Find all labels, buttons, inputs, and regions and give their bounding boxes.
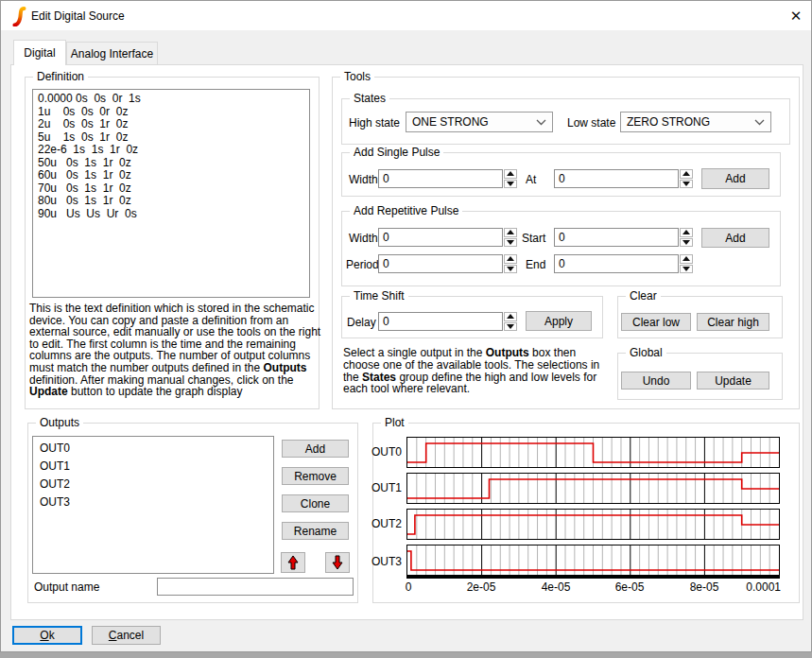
- delay-input[interactable]: [378, 312, 503, 331]
- x-tick: 0: [406, 580, 412, 594]
- spin-up-button[interactable]: [680, 228, 693, 237]
- window-title: Edit Digital Source: [31, 9, 125, 23]
- spin-down-button[interactable]: [680, 238, 693, 248]
- spin-down-button[interactable]: [680, 265, 693, 274]
- undo-button[interactable]: Undo: [621, 372, 691, 390]
- move-up-icon: [286, 555, 300, 570]
- spin-up-icon: [682, 171, 690, 176]
- list-item[interactable]: OUT2: [33, 476, 273, 494]
- spin-up-button[interactable]: [680, 254, 693, 264]
- clear-high-button[interactable]: Clear high: [697, 313, 769, 331]
- wave-label-out3: OUT3: [371, 555, 402, 568]
- spin-down-icon: [682, 182, 690, 186]
- tools-help-text: Select a single output in the Outputs bo…: [343, 347, 610, 395]
- edit-digital-source-dialog: Edit Digital Source ✕ Analog Interface D…: [0, 0, 812, 652]
- spin-up-button[interactable]: [504, 312, 517, 321]
- spin-down-button[interactable]: [504, 265, 517, 274]
- spin-up-button[interactable]: [504, 169, 517, 179]
- rp-period-input[interactable]: [378, 254, 503, 273]
- definition-group-label: Definition: [33, 70, 88, 83]
- x-tick: 6e-05: [615, 580, 645, 594]
- titlebar: Edit Digital Source ✕: [1, 1, 811, 30]
- waveform-strip-out3: [406, 545, 780, 576]
- spin-down-icon: [507, 267, 514, 271]
- low-state-combo[interactable]: ZERO STRONG: [620, 112, 771, 132]
- sp-at-spinner: [680, 169, 693, 188]
- definition-textarea[interactable]: 0.0000 0s 0s 0r 1s 1u 0s 0s 0r 0z 2u 0s …: [32, 89, 310, 298]
- sp-at-input[interactable]: [554, 169, 679, 188]
- move-down-button[interactable]: [325, 552, 350, 573]
- output-name-input[interactable]: [157, 578, 354, 596]
- list-item[interactable]: OUT1: [33, 458, 273, 476]
- delay-spinner: [504, 312, 517, 331]
- spin-up-icon: [507, 171, 514, 176]
- delay-label: Delay: [347, 316, 376, 329]
- plot-group-label: Plot: [381, 416, 408, 429]
- ok-button[interactable]: Ok: [12, 626, 82, 645]
- add-output-button[interactable]: Add: [282, 440, 349, 458]
- rp-end-input[interactable]: [554, 254, 679, 273]
- spin-down-icon: [682, 240, 690, 245]
- rp-start-input[interactable]: [554, 228, 679, 247]
- sp-at-label: At: [526, 173, 536, 186]
- sp-add-button[interactable]: Add: [701, 168, 769, 189]
- global-group-label: Global: [626, 346, 666, 359]
- tab-digital[interactable]: Digital: [13, 40, 66, 65]
- close-icon[interactable]: ✕: [784, 5, 808, 27]
- rp-period-spinner: [504, 254, 517, 273]
- rename-output-button[interactable]: Rename: [282, 522, 349, 540]
- sp-width-input[interactable]: [378, 169, 503, 188]
- app-icon: [11, 7, 27, 26]
- time-shift-group-label: Time Shift: [350, 289, 408, 303]
- spin-down-button[interactable]: [504, 180, 517, 189]
- spin-up-icon: [682, 230, 690, 234]
- cancel-button[interactable]: Cancel: [92, 626, 161, 645]
- x-tick: 0.0001: [746, 580, 781, 594]
- update-button[interactable]: Update: [697, 372, 769, 390]
- spin-down-button[interactable]: [504, 238, 517, 248]
- waveform-strip-out0: [406, 437, 780, 468]
- add-repetitive-pulse-group: Add Repetitive Pulse: [341, 211, 781, 286]
- spin-up-icon: [682, 256, 690, 261]
- rp-period-label: Period: [346, 258, 379, 271]
- list-item[interactable]: OUT0: [33, 440, 273, 458]
- outputs-group-label: Outputs: [36, 416, 83, 429]
- spin-down-icon: [507, 182, 514, 186]
- sp-width-label: Width: [349, 173, 378, 186]
- chevron-down-icon: [754, 119, 765, 126]
- rp-add-button[interactable]: Add: [701, 228, 769, 248]
- add-single-pulse-group-label: Add Single Pulse: [350, 146, 443, 159]
- x-tick: 2e-05: [467, 580, 496, 594]
- clone-output-button[interactable]: Clone: [282, 494, 349, 512]
- spin-up-button[interactable]: [680, 169, 693, 179]
- x-tick: 4e-05: [542, 580, 571, 594]
- remove-output-button[interactable]: Remove: [282, 467, 349, 485]
- add-repetitive-pulse-group-label: Add Repetitive Pulse: [350, 204, 462, 217]
- tab-analog-interface[interactable]: Analog Interface: [66, 42, 158, 65]
- spin-up-icon: [507, 314, 514, 319]
- high-state-combo[interactable]: ONE STRONG: [406, 112, 553, 132]
- sp-width-spinner: [504, 169, 517, 188]
- chevron-down-icon: [536, 119, 546, 126]
- rp-width-input[interactable]: [378, 228, 503, 247]
- move-up-button[interactable]: [281, 552, 305, 573]
- move-down-icon: [331, 555, 344, 570]
- spin-down-button[interactable]: [680, 180, 693, 189]
- apply-button[interactable]: Apply: [526, 311, 592, 331]
- x-tick: 8e-05: [690, 580, 719, 594]
- clear-low-button[interactable]: Clear low: [621, 313, 691, 331]
- low-state-label: Low state: [567, 116, 615, 130]
- outputs-list[interactable]: OUT0 OUT1 OUT2 OUT3: [32, 436, 274, 574]
- spin-up-button[interactable]: [504, 254, 517, 264]
- list-item[interactable]: OUT3: [33, 494, 273, 511]
- definition-description: This is the text definition which is sto…: [29, 303, 323, 398]
- wave-label-out2: OUT2: [371, 517, 402, 530]
- rp-start-label: Start: [522, 232, 545, 245]
- spin-up-button[interactable]: [504, 228, 517, 237]
- spin-down-icon: [507, 240, 514, 245]
- rp-end-label: End: [526, 258, 545, 271]
- spin-down-icon: [507, 324, 514, 329]
- spin-up-icon: [507, 256, 514, 261]
- wave-label-out0: OUT0: [371, 445, 402, 459]
- spin-down-button[interactable]: [504, 322, 517, 332]
